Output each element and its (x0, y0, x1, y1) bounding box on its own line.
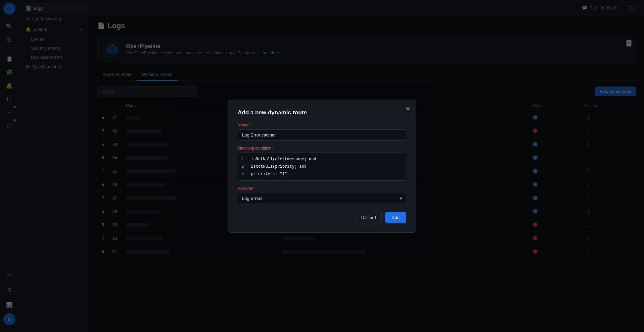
pipeline-select[interactable]: Log Errors Default pipeline Custom pipel… (238, 193, 406, 204)
modal-title: Add a new dynamic route (238, 109, 406, 116)
add-dynamic-route-modal: Add a new dynamic route ✕ Name* Matching… (228, 100, 416, 233)
code-line-numbers: 1 2 3 (238, 156, 247, 178)
matching-condition-label: Matching condition* (238, 146, 406, 151)
code-line-2: isNotNull(priority) and (251, 163, 403, 170)
pipeline-label: Pipeline* (238, 186, 406, 191)
code-line-1: isNotNull(alertmessage) and (251, 156, 403, 163)
discard-button[interactable]: Discard (356, 212, 382, 223)
modal-footer: Discard Add (238, 212, 406, 223)
code-editor[interactable]: 1 2 3 isNotNull(alertmessage) and isNotN… (238, 153, 406, 181)
code-line-3: priority == "1" (251, 170, 403, 178)
matching-condition-field: Matching condition* 1 2 3 isNotNull(aler… (238, 146, 406, 181)
add-button[interactable]: Add (385, 212, 406, 223)
pipeline-select-wrapper: Log Errors Default pipeline Custom pipel… (238, 193, 406, 204)
pipeline-field: Pipeline* Log Errors Default pipeline Cu… (238, 186, 406, 204)
modal-close-button[interactable]: ✕ (405, 105, 410, 113)
name-input[interactable] (238, 129, 406, 141)
modal-overlay[interactable]: Add a new dynamic route ✕ Name* Matching… (0, 0, 644, 332)
code-content: isNotNull(alertmessage) and isNotNull(pr… (251, 156, 406, 178)
name-field: Name* (238, 123, 406, 141)
name-label: Name* (238, 123, 406, 127)
